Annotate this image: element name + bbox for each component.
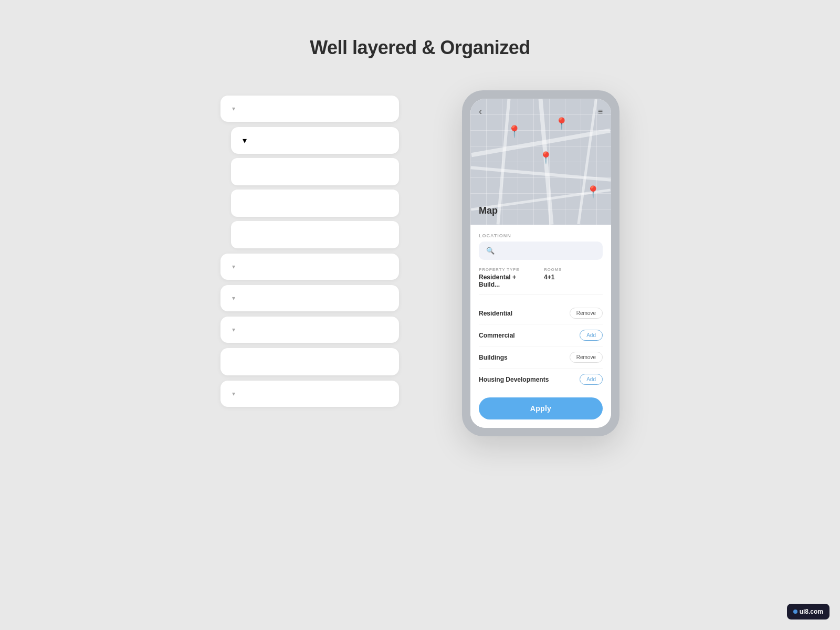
chevron-down-icon: ▾ bbox=[243, 135, 247, 145]
property-type-label: PROPERTY TYPE bbox=[479, 267, 538, 272]
content-area: ▾ ▾ ▾ ▾ ▾ ▾ bbox=[0, 90, 840, 436]
type-name-buildings: Buildings bbox=[479, 354, 508, 361]
type-name-residential: Residential bbox=[479, 310, 512, 317]
property-type-value: Residental + Build... bbox=[479, 274, 538, 288]
list-item[interactable]: ▾ bbox=[220, 381, 399, 407]
list-item-plain[interactable] bbox=[220, 348, 399, 375]
chevron-down-icon: ▾ bbox=[232, 390, 235, 397]
search-icon: 🔍 bbox=[486, 247, 495, 255]
nested-group: ▾ bbox=[231, 127, 399, 248]
property-row: PROPERTY TYPE Residental + Build... ROOM… bbox=[479, 267, 603, 295]
apply-button[interactable]: Apply bbox=[479, 397, 603, 419]
left-panel: ▾ ▾ ▾ ▾ ▾ ▾ bbox=[220, 96, 399, 407]
type-row-commercial: Commercial Add bbox=[479, 324, 603, 346]
map-pin-4: 📍 bbox=[586, 185, 600, 199]
add-commercial-button[interactable]: Add bbox=[580, 330, 603, 341]
phone-mockup: ‹ ≡ 📍 📍 📍 📍 Map LOCATIONN 🔍 bbox=[462, 90, 620, 436]
rooms-col: ROOMS 4+1 bbox=[544, 267, 603, 288]
back-button[interactable]: ‹ bbox=[479, 106, 482, 117]
type-name-commercial: Commercial bbox=[479, 332, 515, 339]
rooms-value: 4+1 bbox=[544, 274, 603, 281]
bottom-sheet: LOCATIONN 🔍 PROPERTY TYPE Residental + B… bbox=[470, 225, 611, 428]
list-item-child[interactable] bbox=[231, 221, 399, 248]
location-label: LOCATIONN bbox=[479, 233, 603, 238]
list-item[interactable]: ▾ bbox=[220, 317, 399, 343]
chevron-down-icon: ▾ bbox=[232, 263, 235, 270]
list-item-child[interactable] bbox=[231, 158, 399, 185]
type-name-housing: Housing Developments bbox=[479, 376, 549, 383]
chevron-down-icon: ▾ bbox=[232, 326, 235, 333]
list-item[interactable]: ▾ bbox=[220, 254, 399, 280]
property-type-list: Residential Remove Commercial Add Buildi… bbox=[479, 302, 603, 390]
rooms-label: ROOMS bbox=[544, 267, 603, 272]
phone-screen: ‹ ≡ 📍 📍 📍 📍 Map LOCATIONN 🔍 bbox=[470, 99, 611, 428]
map-road bbox=[470, 166, 611, 181]
list-item[interactable]: ▾ bbox=[220, 285, 399, 311]
watermark: ui8.com bbox=[787, 604, 830, 620]
map-label: Map bbox=[479, 205, 498, 216]
list-item-child[interactable] bbox=[231, 190, 399, 217]
list-item[interactable]: ▾ bbox=[220, 96, 399, 122]
watermark-text: ui8.com bbox=[800, 608, 823, 615]
type-row-housing: Housing Developments Add bbox=[479, 369, 603, 390]
map-area: ‹ ≡ 📍 📍 📍 📍 Map bbox=[470, 99, 611, 225]
remove-residential-button[interactable]: Remove bbox=[570, 308, 603, 319]
map-pin-1: 📍 bbox=[507, 125, 521, 139]
chevron-down-icon: ▾ bbox=[232, 105, 235, 112]
map-topbar: ‹ ≡ bbox=[470, 99, 611, 121]
chevron-down-icon: ▾ bbox=[232, 295, 235, 302]
map-pin-3: 📍 bbox=[539, 151, 553, 165]
menu-icon[interactable]: ≡ bbox=[598, 107, 603, 117]
type-row-residential: Residential Remove bbox=[479, 302, 603, 324]
watermark-dot bbox=[793, 610, 797, 614]
remove-buildings-button[interactable]: Remove bbox=[570, 352, 603, 363]
add-housing-button[interactable]: Add bbox=[580, 374, 603, 385]
property-type-col: PROPERTY TYPE Residental + Build... bbox=[479, 267, 538, 288]
search-bar[interactable]: 🔍 bbox=[479, 242, 603, 260]
type-row-buildings: Buildings Remove bbox=[479, 346, 603, 369]
list-item-nested-header[interactable]: ▾ bbox=[231, 127, 399, 154]
page-title: Well layered & Organized bbox=[0, 0, 840, 59]
